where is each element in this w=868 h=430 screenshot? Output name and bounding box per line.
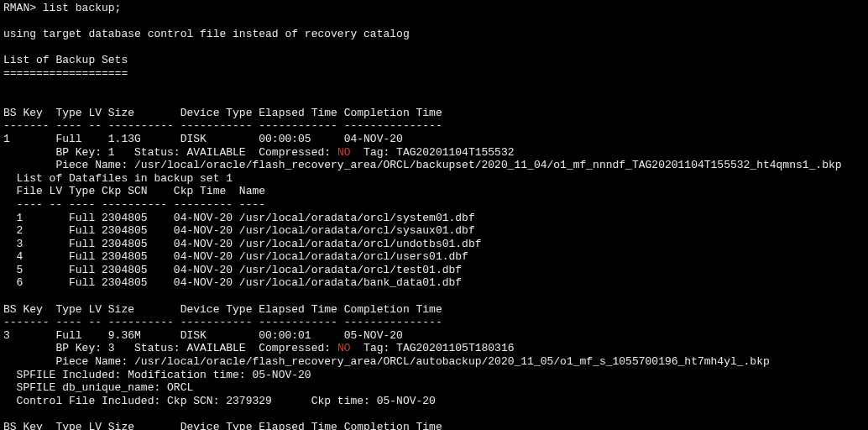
datafiles-list-header: List of Datafiles in backup set 1	[3, 172, 233, 185]
list-header: List of Backup Sets	[3, 54, 128, 66]
backupset-header-sep: ------- ---- -- ---------- ----------- -…	[3, 316, 442, 328]
rman-prompt-line: RMAN> list backup;	[3, 2, 121, 14]
datafile-row: 1 Full 2304805 04-NOV-20 /usr/local/orad…	[3, 212, 475, 224]
datafiles-col-header: File LV Type Ckp SCN Ckp Time Name	[3, 185, 265, 197]
datafiles-col-sep: ---- -- ---- ---------- --------- ----	[3, 198, 265, 211]
datafile-row: 3 Full 2304805 04-NOV-20 /usr/local/orad…	[3, 238, 482, 250]
backupset-row: 1 Full 1.13G DISK 00:00:05 04-NOV-20	[3, 133, 403, 145]
datafile-row: 4 Full 2304805 04-NOV-20 /usr/local/orad…	[3, 250, 468, 263]
bp-key-line: BP Key: 1 Status: AVAILABLE Compressed: …	[3, 146, 515, 159]
compressed-no: NO	[337, 342, 351, 354]
backupset-header-sep: ------- ---- -- ---------- ----------- -…	[3, 119, 442, 132]
list-underline: ===================	[3, 67, 128, 80]
piece-name-line: Piece Name: /usr/local/oracle/flash_reco…	[3, 355, 770, 368]
backupset-header: BS Key Type LV Size Device Type Elapsed …	[3, 107, 442, 119]
piece-name-line: Piece Name: /usr/local/oracle/flash_reco…	[3, 159, 842, 171]
compressed-no: NO	[337, 146, 351, 159]
spfile-line: SPFILE Included: Modification time: 05-N…	[3, 369, 311, 381]
using-target-msg: using target database control file inste…	[3, 28, 410, 40]
controlfile-line: Control File Included: Ckp SCN: 2379329 …	[3, 395, 436, 407]
rman-terminal-output: RMAN> list backup; using target database…	[0, 0, 868, 430]
spfile-line: SPFILE db_unique_name: ORCL	[3, 381, 193, 394]
datafile-row: 5 Full 2304805 04-NOV-20 /usr/local/orad…	[3, 264, 462, 276]
backupset-row: 3 Full 9.36M DISK 00:00:01 05-NOV-20	[3, 329, 403, 342]
datafile-row: 6 Full 2304805 04-NOV-20 /usr/local/orad…	[3, 276, 462, 289]
backupset-header: BS Key Type LV Size Device Type Elapsed …	[3, 303, 442, 316]
backupset-header: BS Key Type LV Size Device Type Elapsed …	[3, 421, 442, 430]
bp-key-line: BP Key: 3 Status: AVAILABLE Compressed: …	[3, 342, 515, 354]
datafile-row: 2 Full 2304805 04-NOV-20 /usr/local/orad…	[3, 224, 475, 237]
